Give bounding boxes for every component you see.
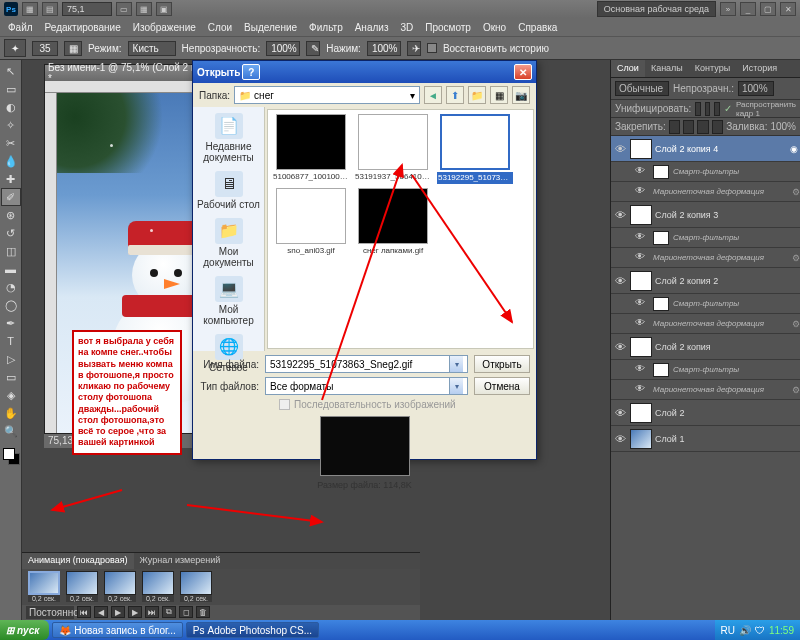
filter-row[interactable]: 👁 Марионеточная деформация ⚙: [611, 380, 800, 400]
cancel-button[interactable]: Отмена: [474, 377, 530, 395]
start-button[interactable]: ⊞ пуск: [0, 620, 49, 640]
tray-icon[interactable]: 🔊: [739, 625, 751, 636]
delete-frame-icon[interactable]: 🗑: [196, 606, 210, 618]
animation-frame[interactable]: 0,2 сек.: [26, 571, 62, 603]
visibility-icon[interactable]: 👁: [613, 274, 627, 288]
file-thumb[interactable]: 53191937_50641023_...: [354, 114, 432, 184]
layer-name[interactable]: Слой 1: [655, 434, 798, 444]
layer-row[interactable]: 👁 Слой 1: [611, 426, 800, 452]
gradient-tool-icon[interactable]: ▬: [1, 260, 21, 278]
layer-thumb[interactable]: [630, 429, 652, 449]
blend-mode[interactable]: Обычные: [615, 81, 669, 96]
layer-opacity[interactable]: 100%: [738, 81, 774, 96]
brush-tool-icon[interactable]: ✐: [1, 188, 21, 206]
layer-filter-icon[interactable]: ◉: [790, 144, 798, 154]
visibility-icon[interactable]: 👁: [613, 340, 627, 354]
menu-layer[interactable]: Слои: [202, 20, 238, 35]
tab-history[interactable]: История: [736, 60, 783, 77]
move-tool-icon[interactable]: ↖: [1, 62, 21, 80]
animation-frame[interactable]: 0,2 сек.: [140, 571, 176, 603]
crop-tool-icon[interactable]: ✂: [1, 134, 21, 152]
tab-channels[interactable]: Каналы: [645, 60, 689, 77]
filter-row[interactable]: 👁 Марионеточная деформация ⚙: [611, 182, 800, 202]
history-brush-tool-icon[interactable]: ↺: [1, 224, 21, 242]
bridge-icon[interactable]: ▦: [22, 2, 38, 16]
place-item[interactable]: 📄 Недавние документы: [193, 111, 264, 165]
visibility-icon[interactable]: 👁: [635, 363, 649, 377]
filter-row[interactable]: 👁 Марионеточная деформация ⚙: [611, 248, 800, 268]
open-button[interactable]: Открыть: [474, 355, 530, 373]
taskbar-button[interactable]: 🦊 Новая запись в блог...: [52, 622, 183, 638]
last-frame-icon[interactable]: ⏭: [145, 606, 159, 618]
first-frame-icon[interactable]: ⏮: [77, 606, 91, 618]
layer-row[interactable]: 👁 Слой 2 копия 4 ◉: [611, 136, 800, 162]
dialog-help-icon[interactable]: ?: [242, 64, 260, 80]
next-frame-icon[interactable]: ▶: [128, 606, 142, 618]
lock-transparency-icon[interactable]: [669, 120, 680, 134]
frame-delay[interactable]: 0,2 сек.: [66, 595, 98, 602]
window-min-icon[interactable]: _: [740, 2, 756, 16]
heal-tool-icon[interactable]: ✚: [1, 170, 21, 188]
filter-options-icon[interactable]: ⚙: [792, 385, 800, 395]
filetype-select[interactable]: Все форматы ▾: [265, 377, 468, 395]
system-tray[interactable]: RU 🔊 🛡 11:59: [715, 620, 800, 640]
opacity-input[interactable]: 100%: [266, 41, 300, 56]
back-icon[interactable]: ◄: [424, 86, 442, 104]
layer-thumb[interactable]: [630, 271, 652, 291]
layer-row[interactable]: 👁 Слой 2: [611, 400, 800, 426]
taskbar-button[interactable]: Ps Adobe Photoshop CS...: [186, 622, 319, 638]
filename-input[interactable]: 53192295_51073863_Sneg2.gif ▾: [265, 355, 468, 373]
layer-row[interactable]: 👁 Слой 2 копия: [611, 334, 800, 360]
layer-name[interactable]: Слой 2 копия 4: [655, 144, 787, 154]
filter-options-icon[interactable]: ⚙: [792, 187, 800, 197]
tray-icon[interactable]: 🛡: [755, 625, 765, 636]
layer-row[interactable]: 👁 Слой 2 копия 2: [611, 268, 800, 294]
path-tool-icon[interactable]: ▷: [1, 350, 21, 368]
frame-delay[interactable]: 0,2 сек.: [142, 595, 174, 602]
frame-delay[interactable]: 0,2 сек.: [180, 595, 212, 602]
layer-thumb[interactable]: [630, 205, 652, 225]
flow-input[interactable]: 100%: [367, 41, 401, 56]
color-swatches[interactable]: [0, 446, 21, 470]
new-frame-icon[interactable]: ◻: [179, 606, 193, 618]
animation-frame[interactable]: 0,2 сек.: [178, 571, 214, 603]
visibility-icon[interactable]: 👁: [613, 208, 627, 222]
prev-frame-icon[interactable]: ◀: [94, 606, 108, 618]
screen-mode-icon[interactable]: ▣: [156, 2, 172, 16]
filter-options-icon[interactable]: ⚙: [792, 253, 800, 263]
workspace-switcher[interactable]: Основная рабочая среда: [597, 1, 716, 17]
filter-options-icon[interactable]: ⚙: [792, 319, 800, 329]
file-list[interactable]: 51006877_100100.gif 53191937_50641023_..…: [267, 109, 534, 349]
visibility-icon[interactable]: 👁: [635, 231, 649, 245]
chevron-down-icon[interactable]: ▾: [410, 90, 415, 101]
pen-tool-icon[interactable]: ✒: [1, 314, 21, 332]
dialog-close-icon[interactable]: ✕: [514, 64, 532, 80]
frame-delay[interactable]: 0,2 сек.: [28, 595, 60, 602]
layer-row[interactable]: 👁 Слой 2 копия 3: [611, 202, 800, 228]
layer-name[interactable]: Слой 2: [655, 408, 798, 418]
place-item[interactable]: 📁 Мои документы: [193, 216, 264, 270]
visibility-icon[interactable]: 👁: [635, 165, 649, 179]
menu-edit[interactable]: Редактирование: [39, 20, 127, 35]
play-icon[interactable]: ▶: [111, 606, 125, 618]
menu-filter[interactable]: Фильтр: [303, 20, 349, 35]
layer-name[interactable]: Слой 2 копия 3: [655, 210, 798, 220]
wand-tool-icon[interactable]: ✧: [1, 116, 21, 134]
layer-name[interactable]: Слой 2 копия 2: [655, 276, 798, 286]
place-item[interactable]: 💻 Мой компьютер: [193, 274, 264, 328]
visibility-icon[interactable]: 👁: [613, 406, 627, 420]
menu-view[interactable]: Просмотр: [419, 20, 477, 35]
smart-filters-row[interactable]: 👁 Смарт-фильтры: [611, 360, 800, 380]
3d-tool-icon[interactable]: ◈: [1, 386, 21, 404]
place-item[interactable]: 🖥 Рабочий стол: [193, 169, 264, 212]
menu-3d[interactable]: 3D: [394, 20, 419, 35]
unify-position-icon[interactable]: [695, 102, 701, 116]
visibility-icon[interactable]: 👁: [613, 142, 627, 156]
shape-tool-icon[interactable]: ▭: [1, 368, 21, 386]
layer-thumb[interactable]: [630, 403, 652, 423]
canvas-area[interactable]: Без имени-1 @ 75,1% (Слой 2 копия 4, RGB…: [22, 60, 610, 620]
sequence-checkbox[interactable]: [279, 399, 290, 410]
blend-mode-select[interactable]: Кисть: [128, 41, 176, 56]
dialog-titlebar[interactable]: Открыть ? ✕: [193, 61, 536, 83]
file-thumb[interactable]: 51006877_100100.gif: [272, 114, 350, 184]
